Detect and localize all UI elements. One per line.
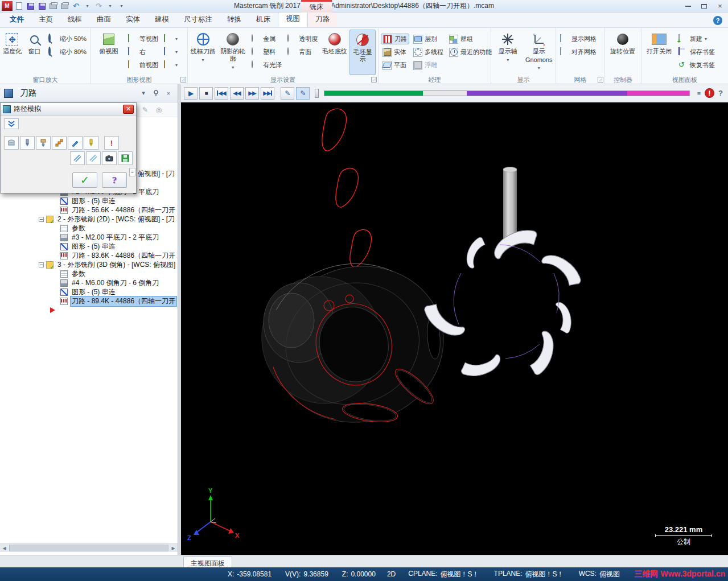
tree-row[interactable]: 图形 - (5) 串连 bbox=[0, 287, 178, 296]
show-tool-button[interactable] bbox=[20, 136, 35, 150]
restore-bookmark-button[interactable]: ↺ 恢复书签 bbox=[677, 60, 717, 71]
save-geometry-button[interactable] bbox=[118, 151, 133, 165]
tab-drafting[interactable]: 尺寸标注 bbox=[176, 13, 220, 27]
isometric-view-button[interactable]: 等视图 bbox=[126, 34, 160, 44]
panel-splitter[interactable] bbox=[178, 84, 181, 555]
stop-conditions-icon[interactable]: ! bbox=[705, 88, 714, 98]
graphics-canvas[interactable]: Y X Z 23.221 mm 公制 bbox=[181, 102, 728, 555]
print-preview-button[interactable] bbox=[60, 1, 69, 11]
new-file-button[interactable] bbox=[14, 1, 24, 11]
zoom-out-50-button[interactable]: 缩小 50% bbox=[47, 34, 88, 44]
go-to-start-button[interactable]: ◀◀ bbox=[215, 87, 228, 100]
shiny-button[interactable]: 有光泽 bbox=[250, 60, 283, 71]
panel-menu-button[interactable]: ▾ bbox=[139, 89, 148, 98]
tab-transform[interactable]: 转换 bbox=[220, 13, 249, 27]
toolbar-circle-icon[interactable]: ◎ bbox=[153, 104, 165, 116]
tab-view[interactable]: 视图 bbox=[278, 11, 308, 27]
step-back-button[interactable]: ◀◀ bbox=[230, 87, 244, 100]
save-button[interactable] bbox=[26, 1, 35, 11]
scroll-left-icon[interactable]: ◀ bbox=[0, 544, 9, 552]
tree-row[interactable]: 图形 - (5) 串连 bbox=[0, 242, 178, 251]
hatch-display-button[interactable] bbox=[70, 151, 85, 165]
tree-expander[interactable] bbox=[39, 217, 44, 222]
redo-dropdown[interactable]: ▾ bbox=[105, 1, 115, 11]
tree-row[interactable]: #4 - M6.00 倒角刀 - 6 倒角刀 bbox=[0, 278, 178, 287]
viewsheet-toggle-button[interactable]: 打开关闭 bbox=[644, 30, 674, 75]
show-stock-button[interactable] bbox=[4, 136, 19, 150]
backside-button[interactable]: 背面 bbox=[286, 47, 319, 57]
stop-conditions-button[interactable]: ! bbox=[104, 136, 119, 150]
panel-close-button[interactable]: × bbox=[164, 89, 173, 98]
cplane-indicator[interactable]: CPLANE:俯视图！S！ bbox=[408, 570, 479, 579]
scroll-right-icon[interactable]: ▶ bbox=[169, 544, 178, 552]
tab-file[interactable]: 文件 bbox=[2, 13, 31, 27]
ok-button[interactable]: ✓ bbox=[72, 172, 97, 188]
tree-row[interactable]: 参数 bbox=[0, 224, 178, 233]
tree-horizontal-scrollbar[interactable]: ◀ ▶ bbox=[0, 543, 178, 552]
tab-home[interactable]: 主页 bbox=[31, 13, 60, 27]
tab-toolpaths[interactable]: 刀路 bbox=[308, 13, 337, 27]
go-to-end-button[interactable]: ▶▶ bbox=[261, 87, 274, 100]
stock-display-button[interactable]: 毛坯显示 bbox=[349, 30, 376, 75]
tree-row-selected[interactable]: 刀路 - 89.4K - 44886（四轴一刀开 bbox=[0, 296, 178, 306]
dialog-help-button[interactable]: ? bbox=[102, 172, 127, 188]
tree-row[interactable]: 图形 - (5) 串连 bbox=[0, 196, 178, 205]
wireframe-toolpath-button[interactable]: 线框刀路 ▾ bbox=[190, 30, 216, 75]
help-icon[interactable]: ? bbox=[713, 16, 722, 25]
dialog-launcher-icon[interactable]: ◿ bbox=[598, 77, 603, 83]
tab-machine[interactable]: 机床 bbox=[249, 13, 278, 27]
show-holder-button[interactable] bbox=[36, 136, 51, 150]
print-button[interactable] bbox=[48, 1, 58, 11]
multithread-manager-toggle[interactable]: 多线程 bbox=[412, 47, 445, 57]
shaded-outline-button[interactable]: 阴影的轮廓 ▾ bbox=[218, 30, 248, 75]
hatch-display-2-button[interactable] bbox=[86, 151, 101, 165]
top-view-button[interactable]: 俯视图 bbox=[93, 30, 124, 75]
scrollbar-thumb[interactable] bbox=[9, 545, 168, 551]
stop-button[interactable]: ■ bbox=[199, 87, 213, 100]
detail-slider-icon[interactable]: ≡ bbox=[695, 88, 703, 98]
tab-main-viewsheet[interactable]: 主视图面板 bbox=[183, 557, 232, 568]
tree-row[interactable]: 3 - 外形铣削 (3D 倒角) - [WCS: 俯视图] bbox=[0, 260, 178, 269]
progress-slider-handle[interactable] bbox=[315, 89, 319, 98]
fit-button[interactable]: 适度化 bbox=[2, 30, 22, 75]
tab-solids[interactable]: 实体 bbox=[118, 13, 147, 27]
step-mode-button[interactable] bbox=[52, 136, 67, 150]
wcs-indicator[interactable]: WCS:俯视图 bbox=[579, 570, 620, 579]
translucency-button[interactable]: 透明度 bbox=[286, 34, 319, 44]
tree-row[interactable]: 参数 bbox=[0, 269, 178, 278]
dialog-titlebar[interactable]: 路径模拟 ✕ bbox=[1, 103, 136, 116]
undo-button[interactable]: ↶ bbox=[71, 1, 81, 11]
right-view-button[interactable]: 右 bbox=[126, 47, 160, 57]
tab-model-prep[interactable]: 建模 bbox=[147, 13, 176, 27]
tree-row[interactable]: 刀路 - 83.6K - 44886（四轴一刀开 bbox=[0, 251, 178, 260]
tree-expander[interactable] bbox=[39, 262, 44, 267]
levels-manager-toggle[interactable]: 层别 bbox=[412, 34, 445, 44]
snap-grid-button[interactable]: 对齐网格 bbox=[558, 47, 598, 57]
recent-functions-toggle[interactable]: 最近的功能 bbox=[447, 47, 493, 57]
front-view-button[interactable]: 前视图 bbox=[126, 60, 160, 71]
view-extra-dropdown-2[interactable]: ▾ bbox=[162, 47, 179, 57]
side-panel-toggle[interactable]: ≡ bbox=[129, 168, 135, 176]
save-bookmark-button[interactable]: 保存书签 bbox=[677, 47, 717, 57]
close-button[interactable]: × bbox=[712, 0, 728, 12]
step-forward-button[interactable]: ▶▶ bbox=[245, 87, 259, 100]
restore-button[interactable] bbox=[696, 0, 712, 12]
mode-indicator[interactable]: 2D bbox=[387, 570, 396, 578]
zoom-out-80-button[interactable]: 缩小 80% bbox=[47, 47, 88, 57]
stock-shading-button[interactable]: 毛坯底纹 bbox=[322, 30, 347, 75]
tree-row[interactable]: #3 - M2.00 平底刀 - 2 平底刀 bbox=[0, 233, 178, 242]
toolbar-pencil-icon[interactable]: ✎ bbox=[139, 104, 151, 116]
help-icon[interactable]: ? bbox=[716, 89, 725, 98]
show-axes-button[interactable]: 显示轴 ▾ bbox=[493, 30, 523, 75]
mastercam-logo[interactable]: M bbox=[2, 1, 13, 11]
dialog-launcher-icon[interactable]: ◿ bbox=[371, 77, 377, 83]
quick-verify-button[interactable]: ✎ bbox=[296, 87, 310, 100]
save-as-button[interactable] bbox=[37, 1, 47, 11]
show-grid-button[interactable]: 显示网格 bbox=[558, 34, 598, 44]
tree-row[interactable]: 2 - 外形铣削 (2D) - [WCS: 俯视图] - [刀 bbox=[0, 215, 178, 224]
zoom-window-button[interactable]: 窗口 bbox=[24, 30, 44, 75]
minimize-button[interactable] bbox=[680, 0, 696, 12]
tplane-indicator[interactable]: TPLANE:俯视图！S！ bbox=[494, 570, 564, 579]
undo-dropdown[interactable]: ▾ bbox=[83, 1, 92, 11]
play-button[interactable]: ▶ bbox=[184, 87, 198, 100]
